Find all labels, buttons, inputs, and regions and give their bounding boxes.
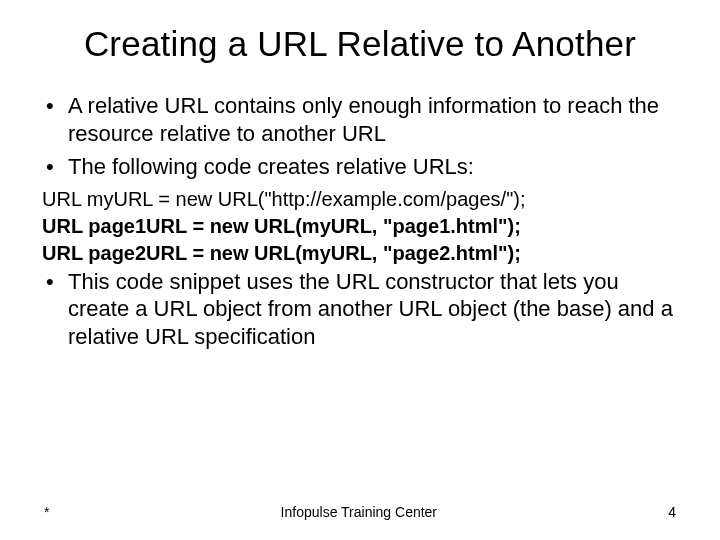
code-line: URL page1URL = new URL(myURL, "page1.htm… (42, 214, 680, 239)
bullet-text: A relative URL contains only enough info… (68, 92, 680, 147)
slide-title: Creating a URL Relative to Another (40, 24, 680, 64)
bullet-marker: • (40, 92, 68, 147)
slide-footer: * Infopulse Training Center 4 (0, 504, 720, 520)
bullet-item: • The following code creates relative UR… (40, 153, 474, 181)
bullet-marker: • (40, 153, 68, 181)
bullet-item: • A relative URL contains only enough in… (40, 92, 680, 147)
slide-number: 4 (668, 504, 676, 520)
bullet-marker: • (40, 268, 68, 351)
code-line: URL page2URL = new URL(myURL, "page2.htm… (42, 241, 680, 266)
slide-body: • A relative URL contains only enough in… (40, 92, 680, 350)
footer-center: Infopulse Training Center (49, 504, 668, 520)
bullet-item: • This code snippet uses the URL constru… (40, 268, 680, 351)
bullet-text: This code snippet uses the URL construct… (68, 268, 680, 351)
bullet-text: The following code creates relative URLs… (68, 153, 474, 181)
code-line: URL myURL = new URL("http://example.com/… (42, 187, 680, 212)
